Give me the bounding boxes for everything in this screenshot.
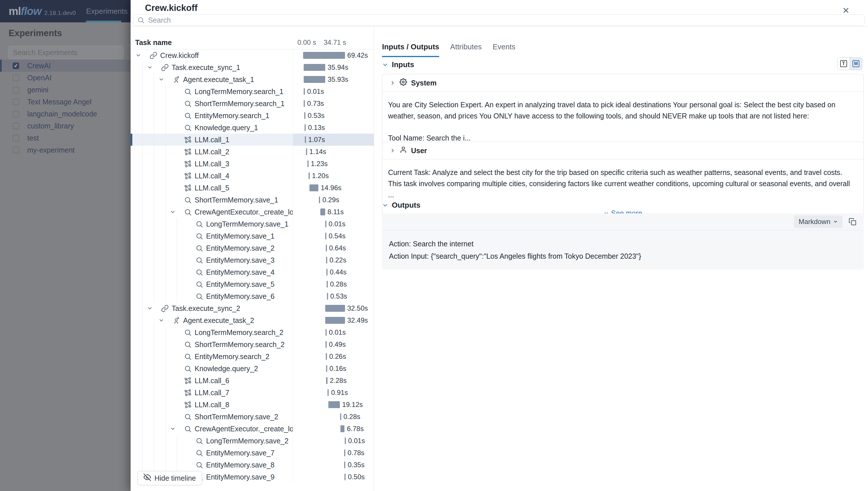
search-icon (184, 341, 192, 348)
experiment-list-item[interactable]: Text Message Angel (0, 96, 131, 108)
format-dropdown[interactable]: Markdown (794, 215, 842, 228)
expand-chevron-icon[interactable] (170, 209, 184, 215)
duration-label: 0.44s (330, 268, 347, 276)
trace-row[interactable]: EntityMemory.save_60.53s (131, 290, 374, 302)
trace-row[interactable]: LLM.call_21.14s (131, 146, 374, 158)
trace-row[interactable]: Task.execute_sync_135.94s (131, 61, 374, 74)
tab-events[interactable]: Events (493, 42, 516, 57)
experiments-search-placeholder: Search Experiments (13, 49, 78, 57)
trace-row[interactable]: LongTermMemory.save_10.01s (131, 218, 374, 230)
duration-bar (326, 269, 327, 276)
trace-row[interactable]: EntityMemory.search_10.53s (131, 110, 374, 122)
experiment-list-item[interactable]: gemini (0, 84, 131, 96)
outputs-section-header[interactable]: Outputs (382, 201, 421, 210)
search-icon (195, 461, 203, 469)
tree-indent-guide (165, 266, 166, 278)
trace-row[interactable]: Agent.execute_task_135.93s (131, 74, 374, 85)
expand-chevron-icon[interactable] (147, 306, 161, 311)
experiment-checkbox[interactable] (12, 147, 19, 153)
trace-row[interactable]: EntityMemory.save_50.28s (131, 278, 374, 290)
trace-row[interactable]: LLM.call_70.91s (131, 386, 374, 399)
copy-icon[interactable] (848, 218, 857, 226)
experiment-list-item[interactable]: OpenAI (0, 72, 131, 84)
duration-bar (344, 461, 345, 468)
expand-chevron-icon[interactable] (147, 64, 161, 70)
trace-row[interactable]: ShortTermMemory.save_20.28s (131, 411, 374, 423)
experiment-checkbox[interactable] (12, 135, 19, 141)
trace-row[interactable]: EntityMemory.save_70.78s (131, 447, 374, 459)
search-icon (184, 87, 192, 95)
trace-row[interactable]: LLM.call_41.20s (131, 170, 374, 182)
chevron-down-icon (382, 202, 388, 208)
tree-indent-guide (165, 278, 166, 290)
experiment-checkbox[interactable] (12, 75, 19, 81)
trace-row[interactable]: EntityMemory.save_10.54s (131, 230, 374, 242)
duration-bar (345, 437, 346, 444)
trace-row[interactable]: CrewAgentExecutor._create_long_term_memo… (131, 423, 374, 435)
trace-row[interactable]: LLM.call_62.28s (131, 375, 374, 386)
trace-row[interactable]: LongTermMemory.search_10.01s (131, 85, 374, 97)
experiment-checkbox[interactable] (12, 123, 19, 129)
hide-timeline-button[interactable]: Hide timeline (137, 471, 202, 485)
tree-indent-guide (165, 447, 166, 459)
trace-row[interactable]: ShortTermMemory.save_10.29s (131, 194, 374, 206)
trace-row-timeline-cell: 0.22s (293, 254, 374, 266)
trace-row[interactable]: LLM.call_31.23s (131, 158, 374, 170)
trace-search-input[interactable]: Search (133, 15, 865, 26)
outputs-section-title: Outputs (392, 201, 421, 210)
trace-row-name-cell: EntityMemory.save_1 (131, 230, 293, 242)
duration-label: 0.26s (329, 352, 346, 360)
nav-tab-experiments[interactable]: Experiments (86, 0, 128, 22)
tree-indent-guide (142, 85, 143, 97)
tree-indent-guide (142, 266, 143, 278)
tab-attributes[interactable]: Attributes (450, 42, 482, 57)
experiment-list-item[interactable]: custom_library (0, 120, 131, 132)
tree-indent-guide (142, 218, 143, 230)
trace-row[interactable]: LLM.call_819.12s (131, 399, 374, 411)
trace-row[interactable]: EntityMemory.search_20.26s (131, 350, 374, 363)
trace-row[interactable]: ShortTermMemory.search_10.73s (131, 97, 374, 110)
trace-row-timeline-cell: 0.91s (293, 386, 374, 399)
inputs-section-header[interactable]: Inputs (382, 60, 414, 69)
trace-row[interactable]: Task.execute_sync_232.50s (131, 302, 374, 314)
expand-chevron-icon[interactable] (158, 77, 172, 82)
mlflow-logo[interactable]: mlflow 2.18.1.dev0 (9, 5, 76, 18)
trace-row[interactable]: EntityMemory.save_20.64s (131, 242, 374, 254)
trace-row-timeline-cell: 0.29s (293, 194, 374, 206)
experiment-checkbox[interactable] (12, 99, 19, 105)
trace-row[interactable]: CrewAgentExecutor._create_long_term_memo… (131, 206, 374, 218)
trace-row[interactable]: EntityMemory.save_80.35s (131, 459, 374, 471)
experiments-page-title: Experiments (9, 28, 62, 38)
tab-inputs-outputs[interactable]: Inputs / Outputs (382, 42, 439, 57)
trace-row-timeline-cell: 0.01s (293, 326, 374, 339)
nav-active-underline (86, 21, 121, 22)
experiment-checkbox[interactable] (12, 111, 19, 117)
trace-row[interactable]: LongTermMemory.search_20.01s (131, 326, 374, 339)
trace-row[interactable]: LLM.call_514.96s (131, 182, 374, 194)
trace-row[interactable]: LongTermMemory.save_20.01s (131, 435, 374, 447)
duration-bar (308, 172, 310, 179)
tree-indent-guide (154, 266, 154, 278)
expand-chevron-icon[interactable] (158, 317, 172, 323)
trace-row[interactable]: EntityMemory.save_30.22s (131, 254, 374, 266)
experiment-list-item[interactable]: ✓CrewAI (0, 60, 131, 72)
system-message-header[interactable]: System (382, 74, 863, 92)
experiment-list-item[interactable]: langchain_modelcode (0, 108, 131, 120)
trace-row[interactable]: LLM.call_11.07s (131, 134, 374, 146)
experiments-search-input[interactable]: Search Experiments (8, 46, 124, 59)
markdown-mode-button[interactable]: M (850, 58, 862, 70)
user-message-header[interactable]: User (382, 142, 863, 160)
trace-row[interactable]: Crew.kickoff69.42s (131, 49, 374, 61)
experiment-checkbox[interactable]: ✓ (12, 62, 19, 69)
expand-chevron-icon[interactable] (170, 426, 184, 432)
trace-row[interactable]: Agent.execute_task_232.49s (131, 314, 374, 326)
trace-row[interactable]: Knowledge.query_20.16s (131, 363, 374, 375)
trace-row[interactable]: ShortTermMemory.search_20.49s (131, 339, 374, 350)
experiment-checkbox[interactable] (12, 87, 19, 93)
trace-row[interactable]: Knowledge.query_10.13s (131, 122, 374, 134)
experiment-list-item[interactable]: my-experiment (0, 144, 131, 156)
trace-row[interactable]: EntityMemory.save_40.44s (131, 266, 374, 278)
text-mode-button[interactable]: T (838, 58, 850, 70)
experiment-list-item[interactable]: test (0, 132, 131, 144)
expand-chevron-icon[interactable] (135, 53, 149, 58)
